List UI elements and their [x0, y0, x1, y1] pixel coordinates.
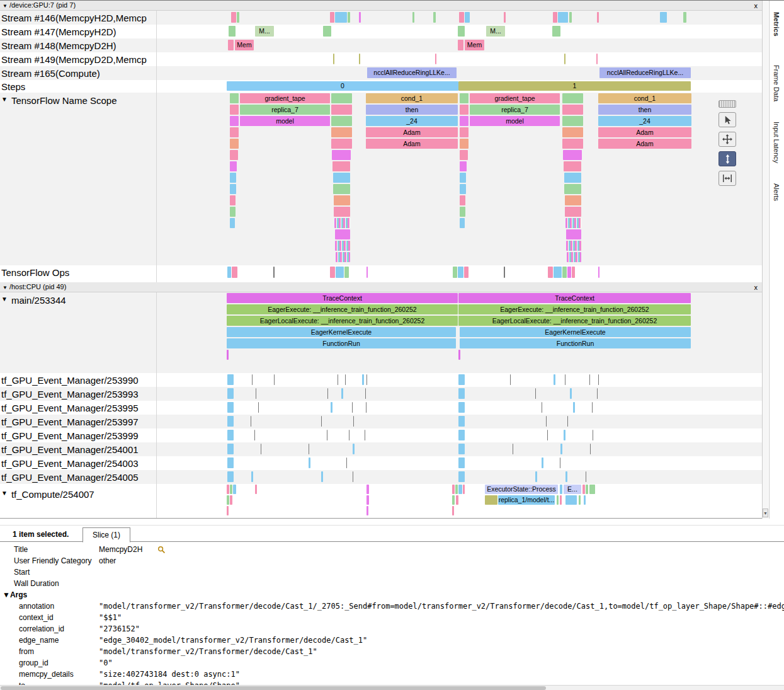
trace-slice[interactable] [565, 218, 581, 228]
trace-slice[interactable] [261, 444, 261, 454]
trace-slice[interactable] [336, 252, 350, 262]
trace-slice[interactable]: EagerLocalExecute: __inference_train_fun… [227, 316, 458, 326]
trace-slice[interactable] [331, 93, 352, 103]
trace-slice[interactable]: model [470, 116, 560, 126]
tab-frame-data[interactable]: Frame Data [773, 65, 780, 101]
gpu-close-button[interactable]: x [754, 1, 758, 11]
trace-slice[interactable] [560, 495, 562, 505]
trace-slice[interactable]: EagerLocalExecute: __inference_train_fun… [458, 316, 691, 326]
trace-slice[interactable] [229, 26, 236, 37]
trace-slice[interactable] [455, 485, 458, 494]
trace-slice[interactable]: EagerKernelExecute [460, 327, 691, 337]
trace-slice[interactable] [564, 54, 565, 64]
trace-slice[interactable] [333, 173, 350, 183]
trace-slice[interactable] [485, 495, 497, 505]
trace-slice[interactable]: M... [486, 26, 505, 37]
trace-slice[interactable] [335, 12, 347, 23]
trace-slice[interactable] [566, 229, 581, 239]
trace-slice[interactable]: ExecutorState::Process [485, 485, 558, 494]
trace-slice[interactable] [366, 267, 368, 278]
trace-slice[interactable]: then [366, 105, 458, 115]
trace-slice[interactable]: _24 [598, 116, 691, 126]
trace-slice[interactable] [562, 116, 583, 126]
trace-slice[interactable] [458, 26, 465, 37]
trace-slice[interactable] [230, 173, 236, 183]
trace-slice[interactable] [230, 139, 239, 149]
trace-slice[interactable] [366, 485, 369, 494]
trace-slice[interactable] [331, 116, 352, 126]
trace-slice[interactable] [562, 93, 583, 103]
trace-slice[interactable] [331, 127, 352, 137]
trace-slice[interactable] [463, 485, 465, 494]
collapse-triangle-icon[interactable]: ▼ [3, 3, 8, 9]
trace-slice[interactable] [560, 485, 562, 494]
track-lane[interactable] [156, 52, 762, 66]
trace-slice[interactable] [230, 116, 239, 126]
track-lane[interactable] [156, 11, 762, 25]
trace-slice[interactable] [227, 485, 229, 494]
trace-slice[interactable] [562, 105, 583, 115]
track-lane[interactable] [156, 373, 762, 387]
horizontal-scrollbar[interactable] [0, 685, 784, 690]
trace-slice[interactable] [227, 402, 234, 413]
trace-slice[interactable] [458, 402, 465, 413]
trace-slice[interactable] [579, 495, 581, 505]
trace-slice[interactable] [592, 402, 593, 413]
trace-slice[interactable] [458, 471, 465, 482]
trace-slice[interactable] [323, 26, 331, 37]
trace-slice[interactable] [558, 12, 568, 23]
trace-slice[interactable] [333, 54, 334, 64]
trace-slice[interactable]: ncclAllReduceRingLLKe... [599, 67, 691, 78]
flame-lane[interactable]: TraceContextTraceContextEagerExecute: __… [156, 292, 762, 373]
pan-tool-button[interactable] [719, 132, 736, 147]
trace-slice[interactable]: Adam [366, 139, 458, 149]
trace-slice[interactable] [353, 416, 354, 427]
trace-slice[interactable] [332, 150, 351, 160]
trace-slice[interactable] [597, 12, 599, 23]
trace-slice[interactable]: 1 [458, 81, 691, 91]
trace-slice[interactable] [460, 116, 469, 126]
trace-slice[interactable] [560, 444, 562, 454]
trace-slice[interactable] [273, 267, 275, 278]
trace-slice[interactable] [460, 105, 469, 115]
trace-slice[interactable] [227, 388, 234, 399]
trace-slice[interactable] [565, 374, 565, 385]
collapse-triangle-icon[interactable]: ▼ [1, 296, 8, 302]
trace-slice[interactable] [230, 93, 239, 103]
tab-input-latency[interactable]: Input Latency [773, 122, 780, 163]
trace-slice[interactable] [557, 495, 559, 505]
trace-slice[interactable] [562, 139, 583, 149]
trace-slice[interactable] [227, 374, 234, 385]
trace-slice[interactable] [453, 267, 457, 278]
flame-lane[interactable]: ExecutorState::ProcessE...replica_1/mode… [156, 484, 762, 517]
trace-slice[interactable] [227, 267, 231, 278]
trace-slice[interactable] [548, 267, 553, 278]
trace-slice[interactable]: FunctionRun [460, 338, 691, 348]
trace-slice[interactable] [251, 416, 251, 427]
trace-slice[interactable] [435, 54, 436, 64]
trace-slice[interactable] [459, 12, 464, 23]
trace-slice[interactable]: TraceContext [458, 293, 691, 303]
trace-slice[interactable] [227, 471, 234, 482]
trace-slice[interactable] [365, 388, 366, 399]
trace-slice[interactable] [552, 26, 560, 37]
trace-slice[interactable] [230, 495, 232, 505]
trace-slice[interactable] [330, 267, 335, 278]
trace-slice[interactable] [460, 218, 465, 228]
trace-slice[interactable]: cond_1 [366, 93, 458, 103]
trace-slice[interactable] [334, 195, 350, 205]
trace-slice[interactable] [330, 12, 334, 23]
trace-slice[interactable] [460, 93, 469, 103]
trace-slice[interactable] [333, 184, 350, 194]
trace-slice[interactable] [464, 267, 469, 278]
trace-slice[interactable] [256, 388, 256, 399]
trace-slice[interactable] [321, 471, 323, 482]
scroll-down-arrow-icon[interactable]: ▼ [763, 509, 768, 517]
trace-slice[interactable]: EagerExecute: __inference_train_function… [458, 304, 691, 314]
trace-slice[interactable] [598, 267, 599, 278]
trace-slice[interactable] [230, 161, 237, 171]
trace-slice[interactable] [546, 416, 547, 427]
track-lane[interactable] [156, 415, 762, 428]
trace-slice[interactable] [460, 207, 465, 217]
track-lane[interactable] [156, 265, 762, 280]
